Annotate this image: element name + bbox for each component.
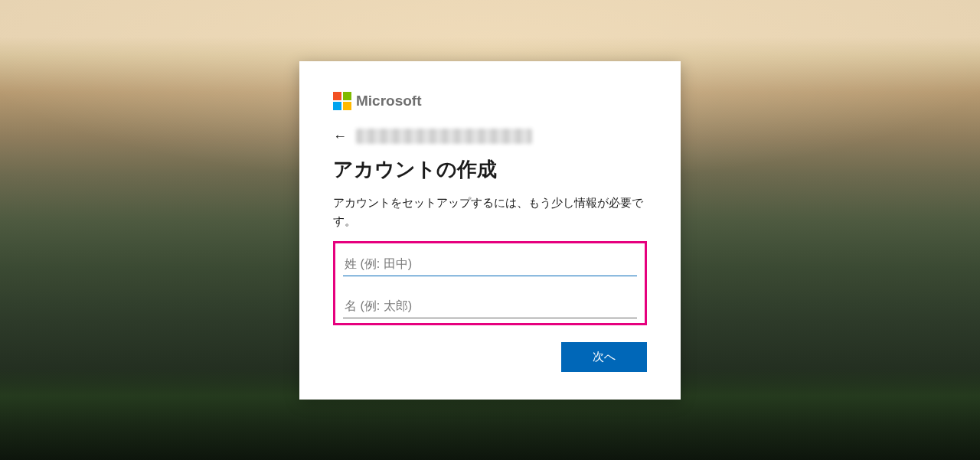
- identity-row: ←: [333, 127, 647, 145]
- surname-input[interactable]: [343, 250, 637, 276]
- microsoft-logo: Microsoft: [333, 92, 647, 110]
- name-fields-highlight: [333, 241, 647, 325]
- microsoft-wordmark: Microsoft: [356, 93, 422, 109]
- page-description: アカウントをセットアップするには、もう少し情報が必要です。: [333, 194, 647, 230]
- page-title: アカウントの作成: [333, 156, 647, 183]
- given-name-input[interactable]: [343, 292, 637, 318]
- back-arrow-icon[interactable]: ←: [333, 129, 347, 143]
- signup-card: Microsoft ← アカウントの作成 アカウントをセットアップするには、もう…: [299, 61, 681, 400]
- identity-obscured: [356, 129, 532, 144]
- next-button[interactable]: 次へ: [561, 342, 647, 372]
- button-row: 次へ: [333, 342, 647, 372]
- microsoft-logo-icon: [333, 92, 351, 110]
